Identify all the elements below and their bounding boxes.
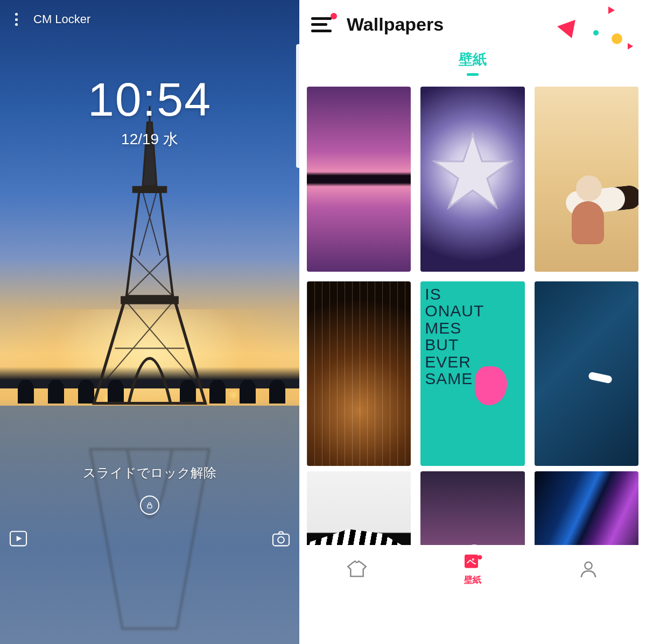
notification-dot-icon	[331, 13, 337, 19]
clock-date: 12/19 水	[0, 129, 299, 150]
wallpaper-thumb[interactable]	[307, 87, 411, 272]
tab-underline	[467, 73, 479, 76]
menu-button-wrap	[311, 17, 332, 32]
clock-block: 10:54 12/19 水	[0, 72, 299, 150]
unlock-hint-label: スライドでロック解除	[0, 464, 299, 482]
svg-text:ペ: ペ	[466, 557, 476, 567]
more-vertical-icon[interactable]	[11, 12, 22, 27]
nav-wallpapers[interactable]: ペ 壁紙	[462, 553, 483, 586]
wallpaper-thumb[interactable]: ISONAUTMESBUTEVERSAME	[420, 281, 524, 466]
hamburger-menu-icon[interactable]	[311, 17, 332, 32]
sky-glow-decoration	[0, 309, 299, 449]
hedge-decoration	[209, 380, 226, 404]
page-title: Wallpapers	[347, 14, 444, 35]
lockscreen-topbar: CM Locker	[11, 12, 90, 27]
bottom-nav: ペ 壁紙	[299, 545, 646, 593]
hedge-decoration	[18, 380, 34, 404]
hedge-decoration	[240, 380, 256, 404]
svg-rect-1	[121, 296, 179, 304]
wallpaper-thumb[interactable]	[307, 281, 411, 466]
tshirt-icon	[346, 560, 368, 578]
hedge-decoration	[78, 380, 94, 404]
wallpaper-thumb[interactable]	[535, 87, 638, 272]
media-shortcut-icon[interactable]	[8, 528, 29, 551]
eiffel-tower-illustration	[88, 105, 212, 406]
svg-point-9	[478, 555, 482, 559]
unlock-area[interactable]: スライドでロック解除	[0, 464, 299, 515]
wallpaper-thumb[interactable]	[420, 87, 524, 272]
svg-point-5	[278, 537, 284, 543]
camera-shortcut-icon[interactable]	[270, 528, 292, 551]
tab-label: 壁紙	[299, 50, 646, 69]
nav-profile[interactable]	[578, 560, 599, 578]
tab-wallpapers[interactable]: 壁紙	[299, 50, 646, 76]
lockscreen-pane: CM Locker 10:54 12/19 水 スライドでロック解除	[0, 0, 299, 644]
wallpapers-pane: Wallpapers 壁紙 ISONAUTMESBUTEVERSAME	[299, 0, 646, 644]
svg-marker-6	[434, 134, 511, 207]
svg-point-10	[585, 562, 592, 569]
svg-rect-0	[132, 186, 167, 193]
clock-time: 10:54	[0, 72, 299, 127]
nav-themes[interactable]	[346, 560, 368, 578]
svg-rect-2	[148, 505, 152, 508]
wallpapers-header: Wallpapers	[299, 0, 646, 40]
wallpaper-nav-icon: ペ	[462, 553, 483, 571]
tower-reflection	[88, 420, 212, 635]
nav-wallpapers-label: 壁紙	[464, 575, 481, 586]
wallpaper-grid: ISONAUTMESBUTEVERSAME	[299, 81, 646, 466]
svg-rect-4	[273, 534, 289, 546]
water-glow	[0, 406, 299, 644]
person-icon	[578, 560, 599, 578]
hedge-decoration	[48, 380, 64, 404]
lock-icon[interactable]	[140, 496, 159, 515]
play-decoration-icon	[628, 43, 633, 49]
hedge-decoration	[180, 380, 196, 404]
hedge-decoration	[108, 380, 124, 404]
water-reflection-bg	[0, 406, 299, 644]
app-name-label: CM Locker	[33, 12, 90, 26]
hedge-decoration	[269, 380, 285, 404]
wallpaper-thumb[interactable]	[535, 281, 638, 466]
